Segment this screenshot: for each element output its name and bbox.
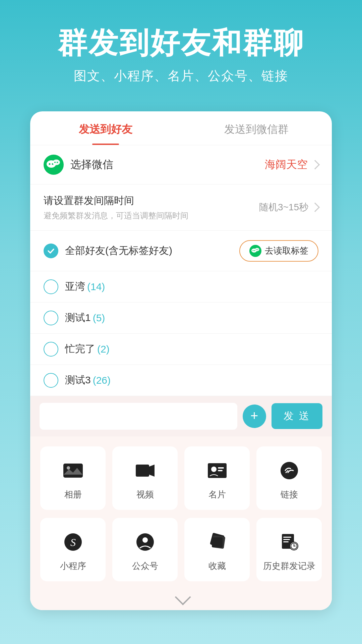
svg-point-6 <box>57 162 58 163</box>
history-icon <box>277 530 301 554</box>
plus-button[interactable]: + <box>243 405 266 428</box>
svg-point-5 <box>54 162 56 163</box>
tag-list: 亚湾 (14) 测试1 (5) 忙完了 (2) 测试3 (26) <box>30 271 332 396</box>
friends-label: 全部好友(含无标签好友) <box>65 244 239 258</box>
chevron-right-icon <box>310 160 320 169</box>
grid-item-video[interactable]: 视频 <box>112 446 178 510</box>
svg-text:S: S <box>70 536 76 548</box>
link-icon <box>277 459 301 483</box>
svg-rect-22 <box>218 467 224 469</box>
collect-label: 收藏 <box>208 560 226 572</box>
header-area: 群发到好友和群聊 图文、小程序、名片、公众号、链接 <box>0 0 362 105</box>
send-button[interactable]: 发 送 <box>272 403 322 429</box>
svg-point-28 <box>142 537 148 543</box>
interval-title: 请设置群发间隔时间 <box>44 194 259 208</box>
message-input[interactable] <box>40 403 237 430</box>
tab-groups[interactable]: 发送到微信群 <box>181 111 332 145</box>
tabs: 发送到好友 发送到微信群 <box>30 111 332 145</box>
svg-point-9 <box>253 250 254 251</box>
tag-item-2[interactable]: 忙完了 (2) <box>30 334 332 365</box>
tag-btn-text: 去读取标签 <box>265 245 308 257</box>
card-icon <box>205 459 229 483</box>
svg-rect-34 <box>283 539 290 540</box>
tag-item-0[interactable]: 亚湾 (14) <box>30 271 332 303</box>
miniapp-label: 小程序 <box>60 560 86 572</box>
grid-item-link[interactable]: 链接 <box>256 446 322 510</box>
svg-point-2 <box>49 163 51 165</box>
grid-item-miniapp[interactable]: S 小程序 <box>40 518 106 581</box>
main-title: 群发到好友和群聊 <box>20 27 342 59</box>
tag-name-1: 测试1 <box>65 311 91 325</box>
collect-icon <box>205 530 229 554</box>
video-label: 视频 <box>136 489 154 500</box>
tag-count-3: (26) <box>93 375 111 386</box>
svg-point-11 <box>255 248 259 251</box>
tag-item-1[interactable]: 测试1 (5) <box>30 303 332 334</box>
radio-0 <box>44 279 58 294</box>
grid-item-album[interactable]: 相册 <box>40 446 106 510</box>
grid-item-card[interactable]: 名片 <box>184 446 250 510</box>
interval-hint: 避免频繁群发消息，可适当调整间隔时间 <box>44 210 259 221</box>
chevron-down-icon[interactable] <box>173 595 189 603</box>
album-label: 相册 <box>64 489 82 500</box>
svg-point-40 <box>293 545 294 546</box>
history-label: 历史群发记录 <box>263 560 315 572</box>
svg-point-17 <box>67 466 70 470</box>
tag-name-3: 测试3 <box>65 373 91 387</box>
wechat-value: 海阔天空 <box>265 157 308 172</box>
input-area: + 发 送 <box>30 396 332 436</box>
wechat-icon <box>44 155 64 175</box>
interval-chevron-icon <box>310 203 320 212</box>
svg-point-4 <box>53 159 60 165</box>
link-label: 链接 <box>281 489 298 500</box>
wechat-label: 选择微信 <box>70 157 265 172</box>
svg-rect-14 <box>64 464 82 477</box>
chevron-down-bar <box>40 589 322 610</box>
svg-point-12 <box>256 249 256 250</box>
subtitle: 图文、小程序、名片、公众号、链接 <box>20 67 342 85</box>
tag-count-1: (5) <box>93 312 105 324</box>
interval-text: 请设置群发间隔时间 避免频繁群发消息，可适当调整间隔时间 <box>44 194 259 221</box>
svg-rect-18 <box>136 465 149 477</box>
grid-item-history[interactable]: 历史群发记录 <box>256 518 322 581</box>
tab-friends[interactable]: 发送到好友 <box>30 111 181 145</box>
grid-row-1: 相册 视频 <box>40 446 322 510</box>
radio-1 <box>44 311 58 325</box>
official-icon <box>133 530 157 554</box>
interval-value: 随机3~15秒 <box>259 201 318 214</box>
tag-button[interactable]: 去读取标签 <box>239 240 318 262</box>
video-icon <box>133 459 157 483</box>
tag-name-0: 亚湾 <box>65 280 85 293</box>
tag-count-2: (2) <box>97 343 110 355</box>
grid-item-collect[interactable]: 收藏 <box>184 518 250 581</box>
svg-point-21 <box>211 467 217 472</box>
radio-2 <box>44 342 58 357</box>
grid-item-official[interactable]: 公众号 <box>112 518 178 581</box>
action-grid: 相册 视频 <box>30 436 332 610</box>
official-label: 公众号 <box>132 560 158 572</box>
svg-rect-33 <box>283 537 291 538</box>
miniapp-icon: S <box>61 530 85 554</box>
tag-name-2: 忙完了 <box>65 342 95 356</box>
grid-row-2: S 小程序 公众号 <box>40 518 322 581</box>
album-icon <box>61 459 85 483</box>
interval-row[interactable]: 请设置群发间隔时间 避免频繁群发消息，可适当调整间隔时间 随机3~15秒 <box>30 184 332 231</box>
main-card: 发送到好友 发送到微信群 选择微信 海阔天空 请设置群发间隔时间 避免频繁群发消… <box>30 111 332 610</box>
tag-count-0: (14) <box>87 281 105 292</box>
tag-wechat-icon <box>249 245 261 257</box>
card-label: 名片 <box>208 489 226 500</box>
tag-item-3[interactable]: 测试3 (26) <box>30 365 332 396</box>
svg-rect-23 <box>218 470 223 471</box>
wechat-row[interactable]: 选择微信 海阔天空 <box>30 145 332 184</box>
svg-point-13 <box>257 249 258 250</box>
svg-rect-35 <box>283 541 289 542</box>
friends-row[interactable]: 全部好友(含无标签好友) 去读取标签 <box>30 231 332 271</box>
radio-3 <box>44 373 58 388</box>
check-circle <box>44 244 58 258</box>
svg-marker-19 <box>149 465 155 477</box>
svg-rect-31 <box>212 537 223 547</box>
